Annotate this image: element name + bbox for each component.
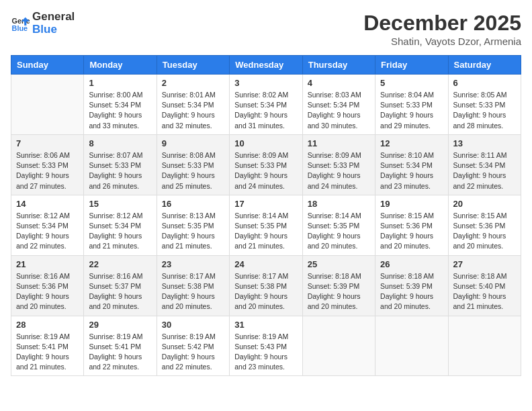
logo: General Blue General Blue bbox=[11, 11, 75, 36]
calendar: SundayMondayTuesdayWednesdayThursdayFrid… bbox=[11, 55, 521, 376]
calendar-cell bbox=[375, 316, 448, 376]
day-number: 25 bbox=[308, 259, 370, 269]
day-number: 22 bbox=[89, 259, 151, 269]
day-info: Sunrise: 8:19 AMSunset: 5:43 PMDaylight:… bbox=[234, 332, 297, 373]
day-number: 13 bbox=[453, 138, 516, 148]
day-info: Sunrise: 8:19 AMSunset: 5:42 PMDaylight:… bbox=[162, 332, 224, 373]
week-row-1: 1Sunrise: 8:00 AMSunset: 5:34 PMDaylight… bbox=[11, 75, 521, 135]
week-row-4: 21Sunrise: 8:16 AMSunset: 5:36 PMDayligh… bbox=[11, 255, 521, 316]
day-number: 27 bbox=[453, 259, 516, 269]
day-number: 2 bbox=[162, 78, 224, 88]
header: General Blue General Blue December 2025 … bbox=[11, 11, 521, 47]
calendar-cell: 31Sunrise: 8:19 AMSunset: 5:43 PMDayligh… bbox=[230, 316, 302, 376]
day-number: 5 bbox=[380, 78, 443, 88]
day-info: Sunrise: 8:06 AMSunset: 5:33 PMDaylight:… bbox=[16, 150, 79, 191]
day-info: Sunrise: 8:14 AMSunset: 5:35 PMDaylight:… bbox=[234, 211, 297, 252]
day-info: Sunrise: 8:12 AMSunset: 5:34 PMDaylight:… bbox=[89, 211, 151, 252]
day-info: Sunrise: 8:07 AMSunset: 5:33 PMDaylight:… bbox=[89, 150, 151, 191]
calendar-cell: 30Sunrise: 8:19 AMSunset: 5:42 PMDayligh… bbox=[157, 316, 229, 376]
day-number: 19 bbox=[380, 199, 443, 209]
calendar-cell: 1Sunrise: 8:00 AMSunset: 5:34 PMDaylight… bbox=[84, 75, 157, 135]
day-info: Sunrise: 8:11 AMSunset: 5:34 PMDaylight:… bbox=[453, 150, 516, 191]
calendar-cell: 22Sunrise: 8:16 AMSunset: 5:37 PMDayligh… bbox=[84, 255, 157, 316]
day-number: 6 bbox=[453, 78, 516, 88]
day-header-sunday: Sunday bbox=[11, 56, 84, 75]
calendar-cell: 17Sunrise: 8:14 AMSunset: 5:35 PMDayligh… bbox=[230, 195, 302, 255]
calendar-cell: 24Sunrise: 8:17 AMSunset: 5:38 PMDayligh… bbox=[230, 255, 302, 316]
day-number: 31 bbox=[234, 320, 297, 330]
day-number: 8 bbox=[89, 138, 151, 148]
day-info: Sunrise: 8:13 AMSunset: 5:35 PMDaylight:… bbox=[162, 211, 224, 252]
day-number: 1 bbox=[89, 78, 151, 88]
calendar-cell: 6Sunrise: 8:05 AMSunset: 5:33 PMDaylight… bbox=[448, 75, 521, 135]
logo-blue: Blue bbox=[32, 24, 75, 36]
day-info: Sunrise: 8:12 AMSunset: 5:34 PMDaylight:… bbox=[16, 211, 79, 252]
calendar-cell: 19Sunrise: 8:15 AMSunset: 5:36 PMDayligh… bbox=[375, 195, 448, 255]
day-info: Sunrise: 8:15 AMSunset: 5:36 PMDaylight:… bbox=[453, 211, 516, 252]
day-info: Sunrise: 8:19 AMSunset: 5:41 PMDaylight:… bbox=[16, 332, 79, 373]
day-info: Sunrise: 8:16 AMSunset: 5:37 PMDaylight:… bbox=[89, 271, 151, 312]
day-info: Sunrise: 8:18 AMSunset: 5:39 PMDaylight:… bbox=[380, 271, 443, 312]
day-number: 3 bbox=[234, 78, 297, 88]
month-title: December 2025 bbox=[363, 11, 521, 36]
day-info: Sunrise: 8:04 AMSunset: 5:33 PMDaylight:… bbox=[380, 90, 443, 131]
title-area: December 2025 Shatin, Vayots Dzor, Armen… bbox=[363, 11, 521, 47]
calendar-cell: 5Sunrise: 8:04 AMSunset: 5:33 PMDaylight… bbox=[375, 75, 448, 135]
location-title: Shatin, Vayots Dzor, Armenia bbox=[363, 36, 521, 47]
day-number: 14 bbox=[16, 199, 79, 209]
calendar-cell: 7Sunrise: 8:06 AMSunset: 5:33 PMDaylight… bbox=[11, 134, 84, 195]
calendar-cell: 8Sunrise: 8:07 AMSunset: 5:33 PMDaylight… bbox=[84, 134, 157, 195]
day-number: 23 bbox=[162, 259, 224, 269]
day-number: 28 bbox=[16, 320, 79, 330]
week-row-5: 28Sunrise: 8:19 AMSunset: 5:41 PMDayligh… bbox=[11, 316, 521, 376]
day-number: 4 bbox=[308, 78, 370, 88]
calendar-cell bbox=[448, 316, 521, 376]
day-number: 12 bbox=[380, 138, 443, 148]
calendar-cell: 14Sunrise: 8:12 AMSunset: 5:34 PMDayligh… bbox=[11, 195, 84, 255]
day-number: 29 bbox=[89, 320, 151, 330]
calendar-cell: 26Sunrise: 8:18 AMSunset: 5:39 PMDayligh… bbox=[375, 255, 448, 316]
calendar-cell: 10Sunrise: 8:09 AMSunset: 5:33 PMDayligh… bbox=[230, 134, 302, 195]
day-info: Sunrise: 8:19 AMSunset: 5:41 PMDaylight:… bbox=[89, 332, 151, 373]
day-number: 26 bbox=[380, 259, 443, 269]
svg-text:Blue: Blue bbox=[12, 24, 28, 32]
day-info: Sunrise: 8:02 AMSunset: 5:34 PMDaylight:… bbox=[234, 90, 297, 131]
day-info: Sunrise: 8:18 AMSunset: 5:40 PMDaylight:… bbox=[453, 271, 516, 312]
day-number: 15 bbox=[89, 199, 151, 209]
day-header-monday: Monday bbox=[84, 56, 157, 75]
week-row-2: 7Sunrise: 8:06 AMSunset: 5:33 PMDaylight… bbox=[11, 134, 521, 195]
day-number: 9 bbox=[162, 138, 224, 148]
calendar-cell: 3Sunrise: 8:02 AMSunset: 5:34 PMDaylight… bbox=[230, 75, 302, 135]
calendar-cell: 11Sunrise: 8:09 AMSunset: 5:33 PMDayligh… bbox=[302, 134, 375, 195]
day-number: 10 bbox=[234, 138, 297, 148]
calendar-cell bbox=[11, 75, 84, 135]
logo-general: General bbox=[32, 11, 75, 24]
day-number: 16 bbox=[162, 199, 224, 209]
day-info: Sunrise: 8:01 AMSunset: 5:34 PMDaylight:… bbox=[162, 90, 224, 131]
calendar-cell: 9Sunrise: 8:08 AMSunset: 5:33 PMDaylight… bbox=[157, 134, 229, 195]
day-info: Sunrise: 8:08 AMSunset: 5:33 PMDaylight:… bbox=[162, 150, 224, 191]
week-row-3: 14Sunrise: 8:12 AMSunset: 5:34 PMDayligh… bbox=[11, 195, 521, 255]
day-number: 11 bbox=[308, 138, 370, 148]
calendar-cell: 15Sunrise: 8:12 AMSunset: 5:34 PMDayligh… bbox=[84, 195, 157, 255]
calendar-cell bbox=[302, 316, 375, 376]
day-info: Sunrise: 8:09 AMSunset: 5:33 PMDaylight:… bbox=[234, 150, 297, 191]
calendar-cell: 4Sunrise: 8:03 AMSunset: 5:34 PMDaylight… bbox=[302, 75, 375, 135]
day-info: Sunrise: 8:16 AMSunset: 5:36 PMDaylight:… bbox=[16, 271, 79, 312]
day-number: 30 bbox=[162, 320, 224, 330]
header-row: SundayMondayTuesdayWednesdayThursdayFrid… bbox=[11, 56, 521, 75]
day-info: Sunrise: 8:09 AMSunset: 5:33 PMDaylight:… bbox=[308, 150, 370, 191]
day-header-wednesday: Wednesday bbox=[230, 56, 302, 75]
day-number: 21 bbox=[16, 259, 79, 269]
day-header-saturday: Saturday bbox=[448, 56, 521, 75]
calendar-cell: 25Sunrise: 8:18 AMSunset: 5:39 PMDayligh… bbox=[302, 255, 375, 316]
day-info: Sunrise: 8:17 AMSunset: 5:38 PMDaylight:… bbox=[162, 271, 224, 312]
day-number: 7 bbox=[16, 138, 79, 148]
day-info: Sunrise: 8:10 AMSunset: 5:34 PMDaylight:… bbox=[380, 150, 443, 191]
day-info: Sunrise: 8:18 AMSunset: 5:39 PMDaylight:… bbox=[308, 271, 370, 312]
day-header-tuesday: Tuesday bbox=[157, 56, 229, 75]
calendar-cell: 13Sunrise: 8:11 AMSunset: 5:34 PMDayligh… bbox=[448, 134, 521, 195]
day-header-friday: Friday bbox=[375, 56, 448, 75]
calendar-cell: 23Sunrise: 8:17 AMSunset: 5:38 PMDayligh… bbox=[157, 255, 229, 316]
day-info: Sunrise: 8:05 AMSunset: 5:33 PMDaylight:… bbox=[453, 90, 516, 131]
